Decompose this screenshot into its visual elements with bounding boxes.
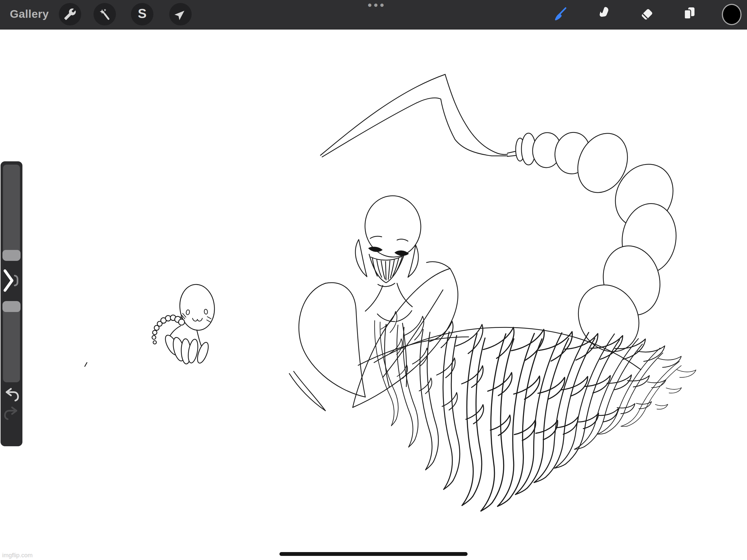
redo-button[interactable] (3, 405, 20, 422)
smudge-finger-icon (595, 5, 613, 23)
eraser-icon (638, 5, 656, 23)
opacity-slider[interactable] (3, 302, 20, 382)
actions-button[interactable] (59, 3, 81, 25)
stray-mark (85, 362, 87, 366)
layers-button[interactable] (680, 4, 699, 24)
color-swatch[interactable] (722, 4, 742, 25)
scythe-arms-drawing (289, 262, 458, 411)
chibi-centipede-drawing (152, 283, 216, 364)
erase-tool-button[interactable] (637, 4, 657, 24)
imgflip-watermark: imgflip.com (2, 552, 32, 559)
paintbrush-icon (551, 5, 569, 23)
smudge-tool-button[interactable] (594, 4, 614, 24)
chevron-right-icon (1, 261, 22, 300)
mantis-head-drawing (356, 194, 423, 286)
procreate-screen: Gallery S ••• (0, 0, 747, 560)
canvas-artwork[interactable] (0, 29, 747, 560)
undo-button[interactable] (3, 386, 20, 403)
magic-wand-icon (98, 8, 111, 21)
transform-button[interactable] (169, 3, 192, 25)
paint-tool-button[interactable] (550, 4, 570, 24)
undo-arrow-icon (3, 386, 20, 403)
gallery-button[interactable]: Gallery (10, 8, 49, 21)
adjustments-button[interactable] (94, 3, 116, 25)
selection-s-icon: S (138, 7, 147, 20)
brush-sidebar (1, 161, 22, 446)
home-indicator[interactable] (279, 552, 468, 556)
legs-drawing (365, 311, 696, 514)
modify-button[interactable] (1, 261, 22, 300)
layers-icon (681, 5, 698, 23)
canvas-options-handle[interactable]: ••• (360, 0, 393, 12)
redo-arrow-icon (3, 405, 20, 421)
brush-size-handle[interactable] (2, 250, 21, 261)
wrench-icon (64, 8, 76, 21)
brush-size-slider[interactable] (3, 164, 20, 260)
transform-arrow-icon (174, 8, 187, 21)
selection-button[interactable]: S (131, 3, 153, 25)
top-toolbar: Gallery S ••• (0, 0, 747, 29)
opacity-handle[interactable] (2, 301, 21, 312)
